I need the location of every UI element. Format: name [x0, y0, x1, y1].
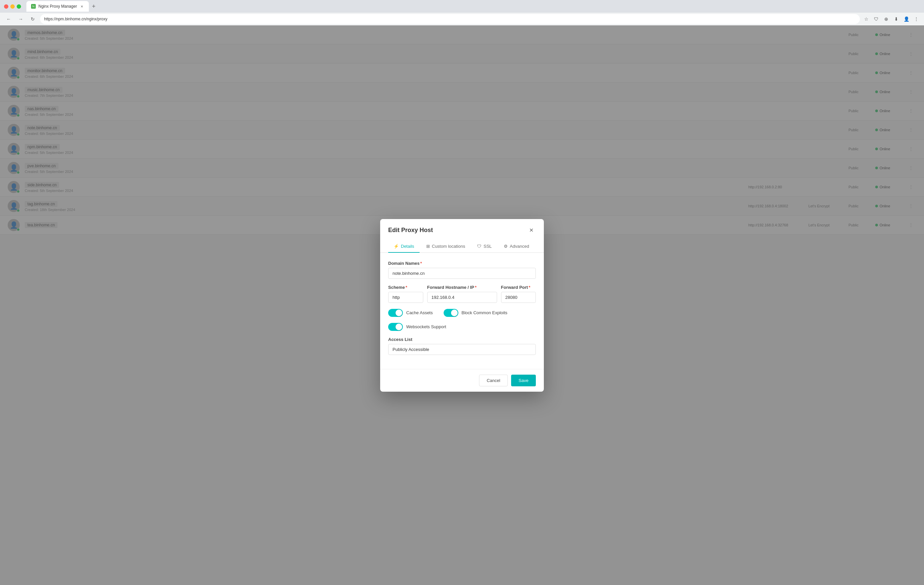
ssl-tab-icon: 🛡: [477, 244, 481, 249]
domain-names-input[interactable]: [388, 268, 536, 279]
tab-favicon-icon: N: [31, 4, 36, 9]
tab-advanced[interactable]: ⚙ Advanced: [498, 241, 535, 253]
forward-port-label: Forward Port*: [501, 285, 536, 290]
minimize-window-button[interactable]: [10, 4, 15, 9]
save-button[interactable]: Save: [511, 375, 536, 386]
tab-details-label: Details: [401, 244, 414, 249]
custom-locations-tab-icon: ⊞: [426, 244, 430, 249]
cache-assets-label: Cache Assets: [406, 310, 433, 315]
websockets-knob: [396, 323, 402, 330]
address-url: https://npm.binhome.cn/nginx/proxy: [44, 17, 107, 21]
block-exploits-toggle-item: Block Common Exploits: [444, 309, 507, 317]
cache-assets-knob: [396, 310, 402, 316]
reload-button[interactable]: ↻: [28, 14, 38, 24]
domain-names-label: Domain Names*: [388, 261, 536, 266]
domain-names-required: *: [420, 261, 422, 266]
cancel-button[interactable]: Cancel: [479, 375, 508, 386]
modal-overlay: Edit Proxy Host ✕ ⚡ Details ⊞ Custom loc…: [0, 25, 924, 585]
forward-button[interactable]: →: [16, 14, 25, 24]
forward-port-input[interactable]: [501, 292, 536, 303]
websockets-toggle[interactable]: [388, 323, 403, 331]
browser-chrome: N Nginx Proxy Manager ✕ + ← → ↻ https://…: [0, 0, 924, 25]
tab-ssl[interactable]: 🛡 SSL: [472, 241, 497, 253]
access-list-label: Access List: [388, 337, 536, 342]
modal-header: Edit Proxy Host ✕: [380, 219, 544, 235]
tab-custom-locations[interactable]: ⊞ Custom locations: [421, 241, 471, 253]
address-bar[interactable]: https://npm.binhome.cn/nginx/proxy: [40, 14, 860, 24]
tab-bar: N Nginx Proxy Manager ✕ +: [26, 1, 920, 12]
download-icon[interactable]: ⬇: [893, 15, 900, 23]
block-exploits-knob: [451, 310, 458, 316]
block-exploits-label: Block Common Exploits: [462, 310, 507, 315]
traffic-lights: [4, 4, 21, 9]
account-icon[interactable]: 👤: [903, 15, 910, 23]
page-content: 👤 memos.binhome.cn Created: 5th Septembe…: [0, 25, 924, 585]
browser-toolbar: ← → ↻ https://npm.binhome.cn/nginx/proxy…: [0, 13, 924, 25]
tab-title: Nginx Proxy Manager: [38, 4, 77, 9]
forward-hostname-input[interactable]: [427, 292, 497, 303]
active-tab[interactable]: N Nginx Proxy Manager ✕: [26, 1, 89, 12]
modal-close-button[interactable]: ✕: [526, 226, 536, 235]
toolbar-actions: ☆ 🛡 ⊕ ⬇ 👤 ⋮: [863, 15, 920, 23]
access-list-input[interactable]: [388, 344, 536, 355]
block-exploits-toggle[interactable]: [444, 309, 458, 317]
connection-fields-row: Scheme* Forward Hostname / IP* Forward P…: [388, 285, 536, 303]
forward-port-group: Forward Port*: [501, 285, 536, 303]
websockets-label: Websockets Support: [406, 324, 446, 329]
browser-title-bar: N Nginx Proxy Manager ✕ +: [0, 0, 924, 13]
forward-hostname-label: Forward Hostname / IP*: [427, 285, 497, 290]
tab-details[interactable]: ⚡ Details: [388, 241, 419, 253]
scheme-group: Scheme*: [388, 285, 423, 303]
close-window-button[interactable]: [4, 4, 8, 9]
new-tab-button[interactable]: +: [89, 2, 98, 11]
modal-footer: Cancel Save: [380, 369, 544, 392]
tab-custom-locations-label: Custom locations: [432, 244, 465, 249]
modal-title: Edit Proxy Host: [388, 227, 433, 234]
toggles-row-1: Cache Assets Block Common Exploits: [388, 309, 536, 317]
details-tab-icon: ⚡: [394, 244, 399, 249]
extensions-icon[interactable]: ⊕: [883, 15, 890, 23]
edit-proxy-host-modal: Edit Proxy Host ✕ ⚡ Details ⊞ Custom loc…: [380, 219, 544, 392]
tab-advanced-label: Advanced: [510, 244, 529, 249]
shield-icon[interactable]: 🛡: [873, 15, 880, 23]
tab-ssl-label: SSL: [483, 244, 492, 249]
modal-tabs: ⚡ Details ⊞ Custom locations 🛡 SSL ⚙ Adv…: [380, 241, 544, 253]
modal-body: Domain Names* Scheme* Forward Hostnam: [380, 253, 544, 369]
scheme-input[interactable]: [388, 292, 423, 303]
domain-names-group: Domain Names*: [388, 261, 536, 279]
websockets-toggle-item: Websockets Support: [388, 323, 446, 331]
cache-assets-toggle[interactable]: [388, 309, 403, 317]
access-list-group: Access List: [388, 337, 536, 355]
maximize-window-button[interactable]: [17, 4, 21, 9]
forward-hostname-group: Forward Hostname / IP*: [427, 285, 497, 303]
cache-assets-toggle-item: Cache Assets: [388, 309, 433, 317]
advanced-tab-icon: ⚙: [504, 244, 508, 249]
back-button[interactable]: ←: [4, 14, 13, 24]
scheme-label: Scheme*: [388, 285, 423, 290]
tab-close-icon[interactable]: ✕: [79, 4, 84, 9]
bookmark-icon[interactable]: ☆: [863, 15, 870, 23]
menu-icon[interactable]: ⋮: [912, 15, 920, 23]
toggles-row-2: Websockets Support: [388, 323, 536, 331]
